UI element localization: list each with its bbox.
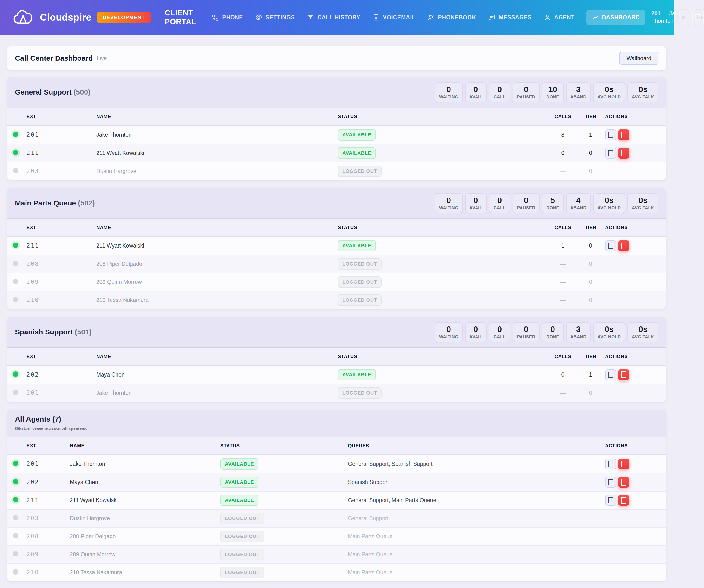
nav-item-phone[interactable]: PHONE <box>211 10 243 24</box>
agent-extension: 202 <box>26 479 70 485</box>
cloud-logo-icon <box>12 9 36 26</box>
logout-agent-button[interactable] <box>618 129 629 140</box>
online-dot <box>13 150 18 155</box>
logout-button[interactable] <box>694 9 704 26</box>
nav-item-label: DASHBOARD <box>602 14 640 21</box>
status-badge: AVAILABLE <box>338 147 376 159</box>
stat-box-avg-hold: 0sAVG HOLD <box>593 82 625 102</box>
stat-label: ABAND <box>570 205 587 210</box>
col-status: STATUS <box>338 114 550 119</box>
status-cell: AVAILABLE <box>220 495 348 506</box>
queue-section: Spanish Support (501)0WAITING0AVAIL0CALL… <box>7 317 666 402</box>
nav-item-phonebook[interactable]: PHONEBOOK <box>427 10 476 24</box>
row-actions <box>605 495 660 506</box>
pause-agent-button[interactable] <box>605 459 617 469</box>
queue-header: General Support (500)0WAITING0AVAIL0CALL… <box>7 77 666 108</box>
logout-icon <box>696 14 704 21</box>
queue-title: General Support (500) <box>15 88 90 96</box>
agent-name: Maya Chen <box>96 372 338 378</box>
logout-agent-button[interactable] <box>618 369 629 380</box>
logout-agent-button[interactable] <box>618 459 629 469</box>
collapse-nav-button[interactable] <box>677 9 689 26</box>
queue-section: Main Parts Queue (502)0WAITING0AVAIL0CAL… <box>7 188 666 309</box>
col-ext: EXT <box>26 114 96 119</box>
nav-item-voicemail[interactable]: VOICEMAIL <box>372 10 416 24</box>
pause-agent-button[interactable] <box>605 148 617 158</box>
wallboard-button[interactable]: Wallboard <box>619 52 658 65</box>
offline-dot <box>13 390 18 395</box>
stat-box-avg-talk: 0sAVG TALK <box>628 322 658 342</box>
agent-extension: 211 <box>26 150 96 156</box>
voicemail-icon <box>372 14 380 21</box>
agent-queues: Spanish Support <box>348 479 605 485</box>
nav-item-settings[interactable]: SETTINGS <box>254 10 295 24</box>
queue-sections: General Support (500)0WAITING0AVAIL0CALL… <box>7 77 666 402</box>
logout-agent-button[interactable] <box>618 148 629 158</box>
agent-extension: 202 <box>26 371 96 378</box>
col-name: NAME <box>70 443 220 449</box>
online-dot <box>13 243 18 248</box>
nav-item-call-history[interactable]: CALL HISTORY <box>306 10 361 24</box>
stat-box-call: 0CALL <box>489 82 510 102</box>
table-row: 210210 Tessa NakamuraLOGGED OUT—0 <box>7 291 666 309</box>
stat-value: 5 <box>546 196 559 205</box>
table-row: 211211 Wyatt KowalskiAVAILABLE00 <box>7 144 666 162</box>
row-actions <box>605 148 660 158</box>
status-cell: LOGGED OUT <box>338 166 550 177</box>
status-badge: AVAILABLE <box>338 240 376 251</box>
nav-item-dashboard[interactable]: DASHBOARD <box>586 10 645 25</box>
col-calls: CALLS <box>550 225 576 230</box>
online-dot <box>13 372 18 377</box>
nav-item-agent[interactable]: AGENT <box>543 10 575 24</box>
offline-dot <box>13 533 18 538</box>
stat-value: 0 <box>493 196 506 205</box>
stat-label: AVG TALK <box>632 334 654 339</box>
nav-item-label: PHONEBOOK <box>438 14 476 21</box>
status-badge: AVAILABLE <box>338 369 376 380</box>
status-cell: LOGGED OUT <box>220 531 348 542</box>
col-tier: TIER <box>576 225 605 230</box>
agent-extension: 210 <box>26 569 70 576</box>
pause-agent-button[interactable] <box>605 369 617 380</box>
agent-tier: 1 <box>576 372 605 378</box>
stat-value: 3 <box>570 325 587 334</box>
play-icon <box>680 14 687 21</box>
table-body: 202Maya ChenAVAILABLE01201Jake ThorntonL… <box>7 366 666 402</box>
broken-glyph-icon <box>608 497 613 503</box>
pause-agent-button[interactable] <box>605 240 617 251</box>
stat-label: DONE <box>546 94 559 100</box>
call-history-icon <box>307 14 314 21</box>
agent-calls: 8 <box>550 132 576 138</box>
pause-agent-button[interactable] <box>605 129 617 140</box>
stat-label: PAUSED <box>517 334 535 339</box>
queue-number: (500) <box>73 88 90 96</box>
offline-dot <box>13 551 18 557</box>
broken-glyph-icon <box>608 132 613 138</box>
queue-name: Spanish Support <box>15 328 75 336</box>
nav-item-messages[interactable]: MESSAGES <box>487 10 532 24</box>
offline-dot <box>13 279 18 284</box>
table-header: EXTNAMESTATUSCALLSTIERACTIONS <box>7 348 666 366</box>
status-badge: AVAILABLE <box>220 458 258 470</box>
agent-name: Maya Chen <box>70 479 220 485</box>
stat-label: AVG HOLD <box>598 94 621 100</box>
queue-number: (502) <box>78 199 95 207</box>
stat-box-aband: 4ABAND <box>566 193 591 213</box>
agent-extension: 209 <box>26 279 96 285</box>
status-badge: LOGGED OUT <box>338 276 382 288</box>
nav-item-label: AGENT <box>554 14 575 21</box>
agent-extension: 201 <box>26 131 96 138</box>
status-cell: LOGGED OUT <box>338 258 550 270</box>
agent-tier: 0 <box>576 261 605 267</box>
stat-box-avail: 0AVAIL <box>465 193 486 213</box>
col-tier: TIER <box>576 354 605 359</box>
logout-agent-button[interactable] <box>618 240 629 251</box>
logout-agent-button[interactable] <box>618 477 629 488</box>
pause-agent-button[interactable] <box>605 477 617 488</box>
status-cell: AVAILABLE <box>338 147 550 159</box>
logout-agent-button[interactable] <box>618 495 629 506</box>
agent-tier: 0 <box>576 168 605 175</box>
broken-glyph-icon <box>621 372 626 378</box>
stat-value: 4 <box>570 196 587 205</box>
pause-agent-button[interactable] <box>605 495 617 506</box>
